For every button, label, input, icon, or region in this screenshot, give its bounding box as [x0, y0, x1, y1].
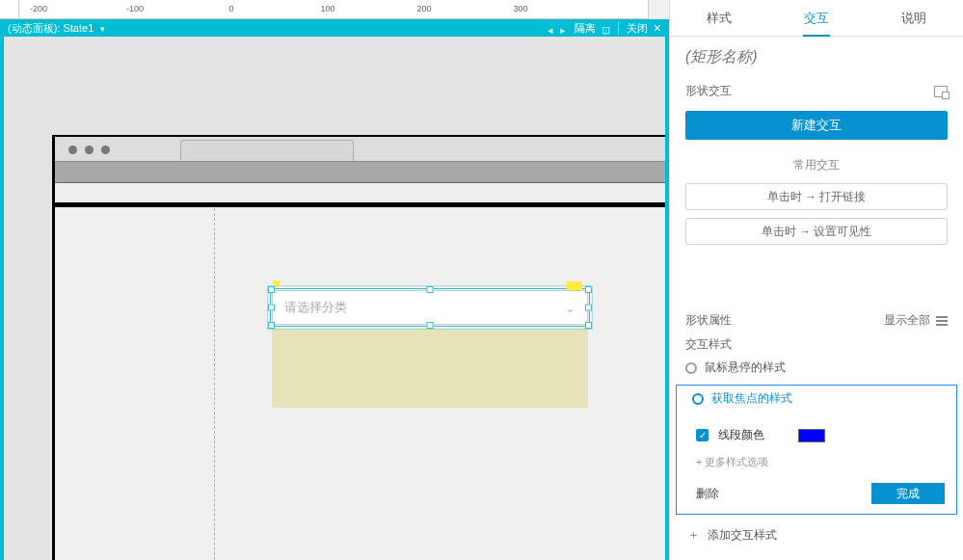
click-open-link-button[interactable]: 单击时 → 打开链接 — [685, 183, 948, 210]
browser-toolbar — [55, 162, 666, 183]
click-set-visibility-button[interactable]: 单击时 → 设置可见性 — [685, 218, 948, 245]
edit-context-title[interactable]: (动态面板): State1 — [8, 21, 548, 36]
common-interactions-label: 常用交互 — [670, 147, 963, 179]
resize-handle-ml[interactable] — [268, 305, 275, 311]
ruler-corner — [0, 0, 19, 19]
menu-icon — [936, 316, 948, 326]
more-style-options[interactable]: + 更多样式选项 — [696, 447, 941, 469]
vertical-guide[interactable] — [214, 208, 215, 560]
dropdown-placeholder: 请选择分类 — [284, 299, 347, 316]
chevron-down-icon: ⌄ — [565, 301, 575, 315]
next-icon[interactable]: ▸ — [560, 24, 569, 33]
section-title: 形状交互 — [685, 83, 732, 99]
prev-icon[interactable]: ◂ — [548, 24, 556, 33]
add-interaction-style[interactable]: ＋ 添加交互样式 — [670, 515, 963, 555]
panel-label: (动态面板): — [8, 22, 60, 34]
selected-dropdown-widget[interactable]: 请选择分类 ⌄ — [272, 290, 588, 325]
shape-interaction-header: 形状交互 — [670, 75, 963, 103]
add-style-label: 添加交互样式 — [708, 527, 777, 544]
focus-style-item[interactable]: 获取焦点的样式 — [677, 386, 956, 412]
tab-interaction[interactable]: 交互 — [767, 0, 865, 36]
ruler-tick: 100 — [320, 4, 334, 13]
widget-name-field-wrap — [670, 37, 963, 75]
state-name: State1 — [63, 22, 94, 34]
resize-handle-bl[interactable] — [268, 322, 275, 329]
ruler-tick: -200 — [30, 4, 47, 13]
resize-handle-mr[interactable] — [585, 305, 592, 311]
target-icon — [692, 393, 704, 405]
resize-handle-br[interactable] — [585, 322, 592, 329]
interaction-styles-header: 交互样式 — [670, 334, 963, 355]
ruler-tick: 300 — [513, 4, 527, 13]
browser-toolbar-2 — [55, 183, 666, 204]
dynamic-panel-edit-header: (动态面板): State1 ◂ ▸ 隔离 ⊡ 关闭 × — [0, 19, 669, 37]
done-button[interactable]: 完成 — [871, 483, 945, 504]
resize-handle-tm[interactable] — [427, 286, 434, 293]
tab-style[interactable]: 样式 — [670, 0, 767, 36]
section-title: 交互样式 — [685, 336, 732, 353]
canvas[interactable]: 请选择分类 ⌄ — [0, 37, 669, 560]
ruler-tick: 0 — [228, 4, 233, 13]
horizontal-ruler: -200 -100 0 100 200 300 — [0, 0, 669, 19]
style-label: 获取焦点的样式 — [711, 390, 792, 407]
plus-icon: ＋ — [687, 526, 700, 544]
inspector-panel: 样式 交互 说明 形状交互 新建交互 常用交互 单击时 → 打开链接 单击时 →… — [669, 0, 963, 560]
isolate-button[interactable]: 隔离 — [575, 21, 596, 36]
widget-name-input[interactable] — [685, 48, 948, 66]
line-color-label: 线段颜色 — [718, 427, 764, 443]
focus-style-block: 获取焦点的样式 ✓ 线段颜色 + 更多样式选项 删除 完成 — [676, 385, 957, 515]
state-dropdown-icon[interactable] — [96, 22, 105, 34]
target-icon — [685, 362, 697, 374]
delete-style-button[interactable]: 删除 — [696, 486, 719, 502]
inspector-tabs: 样式 交互 说明 — [670, 0, 963, 37]
browser-tab — [180, 140, 354, 161]
edit-nav-icons: ◂ ▸ — [548, 24, 569, 33]
line-color-swatch[interactable] — [798, 429, 825, 442]
ruler-tools[interactable] — [648, 0, 669, 19]
expand-icon[interactable] — [934, 86, 948, 97]
style-label: 鼠标悬停的样式 — [705, 360, 786, 376]
hover-style-item[interactable]: 鼠标悬停的样式 — [670, 355, 963, 381]
separator — [618, 21, 619, 35]
note-marker-icon[interactable] — [567, 281, 582, 290]
ruler-tick: -100 — [126, 4, 144, 13]
show-all-button[interactable]: 显示全部 — [884, 312, 948, 329]
shape-properties-header: 形状属性 显示全部 — [670, 307, 963, 334]
close-icon[interactable]: × — [654, 20, 661, 36]
new-interaction-button[interactable]: 新建交互 — [685, 111, 948, 140]
section-title: 形状属性 — [685, 312, 732, 329]
resize-handle-bm[interactable] — [427, 322, 434, 329]
resize-handle-tr[interactable] — [585, 286, 592, 293]
line-color-row: ✓ 线段颜色 — [696, 423, 941, 447]
isolate-icon[interactable]: ⊡ — [602, 24, 610, 33]
line-color-checkbox[interactable]: ✓ — [696, 429, 709, 441]
placeholder-block[interactable] — [272, 329, 588, 408]
ruler-tick: 200 — [416, 4, 431, 13]
close-edit-button[interactable]: 关闭 — [627, 21, 648, 36]
resize-handle-tl[interactable] — [268, 286, 275, 293]
tab-notes[interactable]: 说明 — [866, 0, 963, 36]
